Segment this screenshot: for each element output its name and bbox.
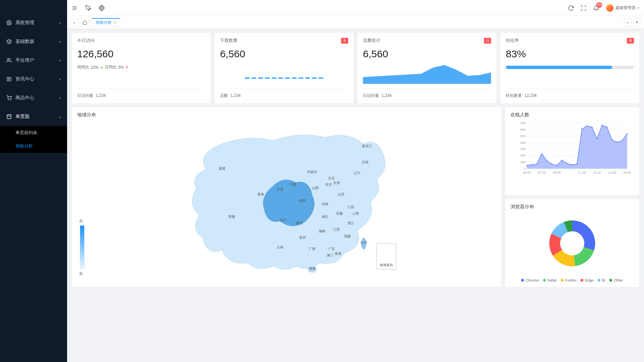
avatar [606,4,613,12]
submenu-item-analysis[interactable]: 智能分析 [0,139,67,153]
svg-point-81 [592,127,593,128]
map-legend-gradient [80,225,85,269]
svg-text:内蒙古: 内蒙古 [307,170,317,174]
svg-text:安徽: 安徽 [336,212,343,215]
footer-label: 总数 [220,93,228,98]
refresh-icon[interactable] [568,5,574,11]
stat-card-traffic: 流量统计 日 6,560 日访问量 1,234 [358,33,496,103]
sidebar-label: 商品中心 [15,95,59,101]
svg-text:07:30: 07:30 [538,171,546,174]
user-name: 超级管理员 [615,5,636,11]
tab-next-button[interactable]: ›› [624,18,631,27]
sidebar: 系统管理 ▾ 基础数据 ▾ 平台用户 ▾ 资讯中心 ▾ [0,0,67,362]
sidebar-item-news[interactable]: 资讯中心 ▾ [0,70,67,88]
stat-value: 6,560 [220,48,348,60]
legend-item[interactable]: Other [609,278,623,282]
legend-dot [609,279,612,282]
stat-title: 下载数量 [220,38,237,44]
svg-text:西藏: 西藏 [228,215,235,219]
legend-low: 低 [79,271,83,276]
online-line-chart[interactable]: 010020030040050060070006:0007:3009:0011:… [511,121,634,176]
menu-toggle-icon[interactable] [72,5,78,11]
svg-point-78 [577,164,578,165]
dod-label: 日同比 [105,64,117,70]
close-icon[interactable]: ✕ [114,21,116,24]
stat-card-downloads: 下载数量 月 6,560 总数 1,234 [215,33,354,103]
svg-text:广东: 广东 [328,247,335,251]
brush-icon[interactable] [85,5,91,11]
sidebar-item-singlepage[interactable]: 单页面 ▴ [0,107,67,126]
svg-point-3 [8,100,8,100]
submenu-item-list[interactable]: 单页面列表 [0,126,67,139]
svg-text:吉林: 吉林 [362,160,369,164]
svg-text:北京: 北京 [328,176,335,180]
bell-icon[interactable]: 99 [593,5,599,11]
legend-high: 高 [79,219,83,224]
globe-icon[interactable] [99,5,105,11]
online-card: 在线人数 010020030040050060070006:0007:3009:… [505,107,639,195]
panel-title: 地域分布 [77,112,496,118]
legend-item[interactable]: Firefox [561,278,577,282]
svg-point-86 [616,141,618,142]
svg-text:16:00: 16:00 [623,171,631,174]
svg-point-71 [541,153,542,154]
downloads-spark-chart [220,64,348,84]
svg-text:11:30: 11:30 [578,171,586,174]
svg-text:海南: 海南 [309,266,316,270]
tabbar: ‹‹ 智能分析 ✕ ›› ▾ [67,16,644,29]
sidebar-label: 平台用户 [15,57,59,63]
wow-label: 周同比 [77,64,89,70]
notification-badge: 99 [596,2,602,8]
svg-point-82 [596,138,597,139]
svg-text:新疆: 新疆 [219,167,225,170]
svg-text:江西: 江西 [333,228,340,231]
svg-rect-5 [7,115,11,119]
svg-text:青海: 青海 [257,192,264,196]
browser-donut-chart[interactable] [542,213,602,274]
svg-text:湖南: 湖南 [319,229,325,233]
sidebar-item-system[interactable]: 系统管理 ▾ [0,13,67,32]
svg-text:06:00: 06:00 [523,171,531,174]
page-icon [6,114,12,120]
wow-value: 12% [91,65,99,70]
svg-text:河北: 河北 [325,183,332,186]
svg-point-88 [627,133,628,134]
sidebar-label: 单页面 [15,114,59,120]
sidebar-item-basedata[interactable]: 基础数据 ▾ [0,32,67,51]
legend-dot [543,279,546,282]
legend-label: Safair [547,278,557,282]
svg-point-4 [11,100,11,100]
svg-text:福建: 福建 [344,234,351,238]
svg-text:13:00: 13:00 [593,171,601,174]
sidebar-item-goods[interactable]: 商品中心 ▾ [0,88,67,107]
fullscreen-icon[interactable] [581,5,587,11]
footer-label: 日访问量 [77,93,93,98]
china-map[interactable]: 黑龙江吉林辽宁内蒙古新疆西藏青海甘肃宁夏陕西山西河北北京天津山东河南江苏安徽上海… [77,121,496,282]
legend-item[interactable]: Chrome [521,278,539,282]
stat-card-visits: 今日访问 126,560 周同比 12% ▲ 日同比 3% ▼ 日访问量 1, [72,33,211,103]
tab-home[interactable] [80,18,90,27]
legend-dot [581,279,583,282]
legend-item[interactable]: Safair [543,278,557,282]
tab-analysis[interactable]: 智能分析 ✕ [92,18,120,27]
user-menu[interactable]: 超级管理员 ▾ [606,4,639,12]
legend-item[interactable]: Edge [581,278,594,282]
sidebar-item-users[interactable]: 平台用户 ▾ [0,51,67,70]
legend-dot [598,279,600,282]
legend-dot [561,279,564,282]
stat-title: 流量统计 [363,38,380,44]
panel-title: 浏览器分布 [511,204,634,210]
chevron-down-icon: ▾ [638,6,639,10]
legend-label: Chrome [526,278,539,282]
legend-item[interactable]: IE [598,278,605,282]
cart-icon [6,95,12,101]
svg-text:澳门: 澳门 [327,253,333,257]
svg-text:湖北: 湖北 [322,215,328,219]
footer-label: 转化数量 [506,93,522,98]
tab-more-button[interactable]: ▾ [633,18,641,27]
tab-prev-button[interactable]: ‹‹ [70,18,78,27]
svg-text:100: 100 [520,160,526,164]
svg-text:贵州: 贵州 [299,236,306,239]
svg-point-85 [611,139,612,140]
donut-legend: ChromeSafairFirefoxEdgeIEOther [521,278,623,282]
